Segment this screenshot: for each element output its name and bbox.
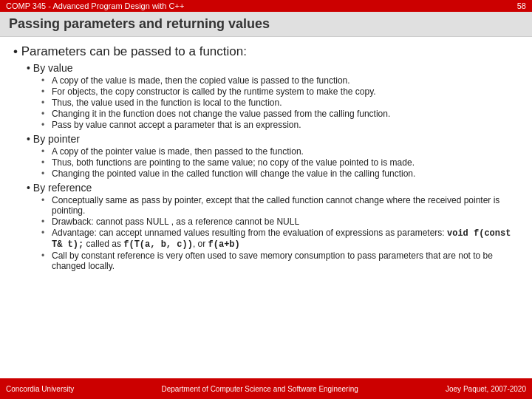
list-item: • Call by constant reference is very oft… [41, 250, 519, 271]
list-item: • A copy of the value is made, then the … [41, 75, 519, 86]
by-value-bullets: • A copy of the value is made, then the … [41, 75, 519, 130]
list-item: • Drawback: cannot pass NULL , as a refe… [41, 216, 519, 227]
by-reference-header: • By reference [27, 182, 519, 194]
slide-title: Passing parameters and returning values [9, 16, 270, 31]
by-pointer-header: • By pointer [27, 133, 519, 145]
list-item: • Changing the pointed value in the call… [41, 168, 519, 179]
by-value-header: • By value [27, 62, 519, 74]
by-reference-bullets: • Conceptually same as pass by pointer, … [41, 195, 519, 271]
list-item: • For objects, the copy constructor is c… [41, 86, 519, 97]
course-title: COMP 345 - Advanced Program Design with … [6, 1, 184, 10]
list-item: • Conceptually same as pass by pointer, … [41, 195, 519, 216]
page-number: 58 [517, 1, 526, 10]
footer-left: Concordia University [6, 385, 74, 393]
list-item: • Thus, the value used in the function i… [41, 98, 519, 108]
footer-center: Department of Computer Science and Softw… [162, 385, 358, 393]
list-item: • Thus, both functions are pointing to t… [41, 157, 519, 168]
list-item: • Pass by value cannot accept a paramete… [41, 120, 519, 130]
footer-right: Joey Paquet, 2007-2020 [446, 385, 526, 393]
by-pointer-bullets: • A copy of the pointer value is made, t… [41, 146, 519, 179]
list-item: • Advantage: can accept unnamed values r… [41, 228, 519, 250]
list-item: • A copy of the pointer value is made, t… [41, 146, 519, 157]
list-item: • Changing it in the function does not c… [41, 109, 519, 119]
level1-header: • Parameters can be passed to a function… [13, 44, 519, 59]
level1-item: • Parameters can be passed to a function… [13, 44, 519, 271]
slide-title-bar: Passing parameters and returning values [0, 12, 532, 37]
content-area: • Parameters can be passed to a function… [0, 37, 532, 366]
top-bar: COMP 345 - Advanced Program Design with … [0, 0, 532, 12]
footer: Concordia University Department of Compu… [0, 378, 532, 399]
